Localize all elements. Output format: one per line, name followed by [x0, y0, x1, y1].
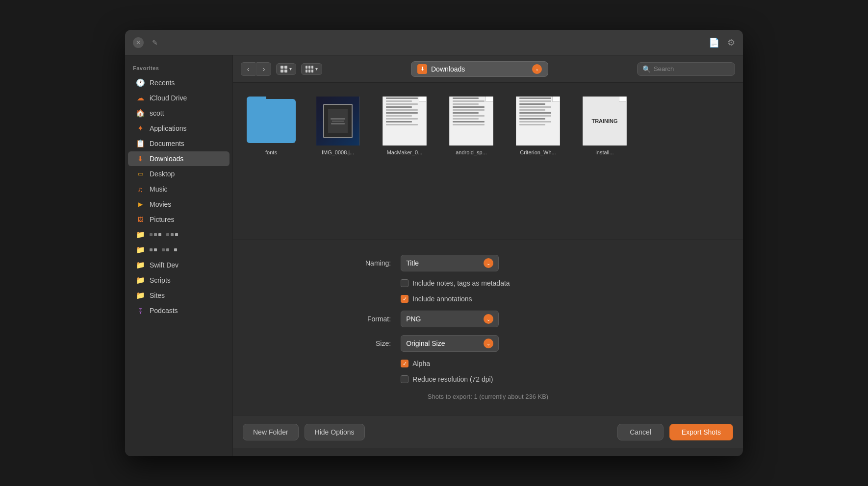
alpha-label: Alpha — [412, 360, 430, 367]
new-folder-button[interactable]: New Folder — [243, 424, 299, 440]
include-annotations-row[interactable]: ✓ Include annotations — [401, 295, 611, 303]
export-shots-button[interactable]: Export Shots — [669, 424, 733, 440]
photo-preview — [316, 97, 360, 146]
grid1-icon — [281, 66, 287, 73]
sidebar-item-desktop[interactable]: ▭ Desktop — [128, 167, 230, 181]
include-annotations-checkbox[interactable]: ✓ — [401, 295, 408, 303]
file-item-doc3[interactable]: Criterion_Wh... — [510, 93, 566, 159]
forward-button[interactable]: › — [256, 62, 271, 76]
shots-info: Shots to export: 1 (currently about 236 … — [253, 393, 723, 400]
cancel-button[interactable]: Cancel — [617, 424, 664, 440]
sidebar-item-scott[interactable]: 🏠 scott — [128, 106, 230, 121]
search-bar[interactable]: 🔍 — [637, 62, 735, 76]
format-value: PNG — [406, 315, 421, 323]
file-item-doc4[interactable]: TRAINING install... — [576, 93, 633, 159]
include-notes-row[interactable]: Include notes, tags as metadata — [401, 279, 611, 287]
file-grid: fonts — [233, 83, 743, 240]
size-chevron-icon: ⌄ — [484, 339, 493, 348]
search-input[interactable] — [654, 65, 727, 73]
location-text: Downloads — [431, 65, 465, 73]
file-item-doc1[interactable]: MacMaker_0... — [376, 93, 433, 159]
folder2-icon: 📁 — [136, 245, 145, 254]
naming-dropdown[interactable]: Title ⌄ — [401, 255, 499, 271]
doc4-text: TRAINING — [589, 116, 619, 126]
back-button[interactable]: ‹ — [241, 62, 255, 76]
sidebar-item-icloud[interactable]: ☁ iCloud Drive — [128, 91, 230, 105]
movies-icon: ▶ — [136, 200, 145, 209]
file-name: IMG_0008.j... — [322, 149, 354, 155]
title-bar: ✕ ✎ 📄 ⚙ — [125, 30, 743, 55]
naming-value: Title — [406, 259, 419, 267]
doc1-thumbnail — [380, 97, 429, 146]
sidebar-item-label: Music — [150, 185, 168, 193]
sites-icon: 📁 — [136, 291, 145, 300]
toolbar: ‹ › ▾ — [233, 55, 743, 83]
view-grid1-button[interactable]: ▾ — [276, 63, 296, 75]
format-control: PNG ⌄ — [401, 311, 611, 327]
sidebar-item-folder2[interactable]: 📁 — [128, 243, 230, 257]
format-dropdown[interactable]: PNG ⌄ — [401, 311, 499, 327]
applications-icon: ✦ — [136, 124, 145, 133]
sidebar-item-sites[interactable]: 📁 Sites — [128, 288, 230, 303]
reduce-resolution-checkbox[interactable] — [401, 375, 408, 383]
main-content: Favorites 🕐 Recents ☁ iCloud Drive 🏠 sco… — [125, 55, 743, 456]
sidebar-item-label: iCloud Drive — [150, 94, 187, 102]
alpha-row[interactable]: ✓ Alpha — [401, 360, 611, 367]
alpha-checkbox[interactable]: ✓ — [401, 360, 408, 367]
sidebar-item-movies[interactable]: ▶ Movies — [128, 197, 230, 212]
file-name: install... — [595, 149, 613, 155]
size-value: Original Size — [406, 340, 445, 347]
naming-label: Naming: — [365, 259, 391, 267]
close-icon: ✕ — [136, 39, 141, 46]
sidebar-item-pictures[interactable]: 🖼 Pictures — [128, 212, 230, 227]
edit-button[interactable]: ✎ — [150, 37, 160, 48]
naming-chevron-icon: ⌄ — [484, 258, 493, 268]
size-label: Size: — [365, 340, 391, 347]
grid2-icon — [306, 66, 313, 73]
sidebar-item-documents[interactable]: 📋 Documents — [128, 136, 230, 151]
sidebar-item-folder1[interactable]: 📁 — [128, 227, 230, 242]
podcasts-icon: 🎙 — [136, 306, 145, 315]
file-item-doc2[interactable]: android_sp... — [443, 93, 500, 159]
pictures-icon: 🖼 — [136, 215, 145, 224]
location-pill[interactable]: ⬇ Downloads ⌄ — [411, 61, 548, 77]
document-icon[interactable]: 📄 — [709, 37, 719, 48]
close-button[interactable]: ✕ — [133, 37, 144, 48]
file-name: Criterion_Wh... — [520, 149, 556, 155]
sidebar-item-label: Sites — [150, 292, 165, 299]
folder1-dots — [150, 233, 178, 236]
sidebar-item-label: Applications — [150, 124, 187, 132]
location-folder-icon: ⬇ — [417, 64, 427, 74]
sidebar-item-downloads[interactable]: ⬇ Downloads — [128, 151, 230, 166]
doc2-preview — [449, 97, 493, 146]
include-annotations-label: Include annotations — [412, 295, 472, 303]
folder-icon-shape — [247, 99, 296, 143]
sidebar-item-podcasts[interactable]: 🎙 Podcasts — [128, 303, 230, 318]
nav-buttons: ‹ › — [241, 62, 271, 76]
sidebar-item-recents[interactable]: 🕐 Recents — [128, 75, 230, 90]
sidebar-item-label: Recents — [150, 79, 175, 87]
hide-options-button[interactable]: Hide Options — [305, 424, 365, 440]
view-dropdown-arrow: ▾ — [289, 66, 292, 72]
sidebar-item-scripts[interactable]: 📁 Scripts — [128, 273, 230, 288]
main-window: ✕ ✎ 📄 ⚙ Favorites 🕐 Recents ☁ iCloud Dri… — [125, 30, 743, 456]
settings-icon[interactable]: ⚙ — [727, 37, 735, 48]
sidebar-item-swiftdev[interactable]: 📁 Swift Dev — [128, 258, 230, 272]
recents-icon: 🕐 — [136, 78, 145, 87]
location-chevron-icon: ⌄ — [532, 64, 542, 74]
include-notes-checkbox[interactable] — [401, 279, 408, 287]
downloads-icon: ⬇ — [136, 154, 145, 163]
sidebar-item-label: Swift Dev — [150, 261, 179, 269]
sidebar-item-label: Movies — [150, 200, 171, 208]
sidebar-item-music[interactable]: ♫ Music — [128, 182, 230, 196]
view-grid2-button[interactable]: ▾ — [301, 63, 322, 75]
reduce-resolution-row[interactable]: Reduce resolution (72 dpi) — [401, 375, 611, 383]
file-item-folder[interactable]: fonts — [243, 93, 300, 159]
sidebar-item-label: Scripts — [150, 276, 171, 284]
file-name: fonts — [265, 149, 277, 155]
scott-icon: 🏠 — [136, 109, 145, 118]
size-dropdown[interactable]: Original Size ⌄ — [401, 335, 499, 352]
music-icon: ♫ — [136, 185, 145, 194]
sidebar-item-applications[interactable]: ✦ Applications — [128, 121, 230, 136]
file-item-photo[interactable]: IMG_0008.j... — [309, 93, 366, 159]
